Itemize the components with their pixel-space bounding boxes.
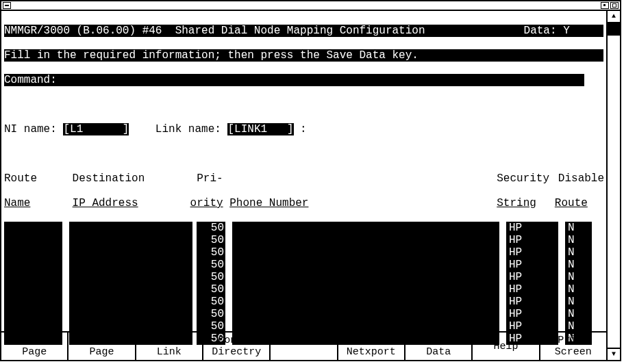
dest-ip-field[interactable] xyxy=(69,308,192,320)
table-row: 50HPN xyxy=(4,246,603,259)
route-name-field[interactable] xyxy=(4,283,62,296)
route-name-field[interactable] xyxy=(4,246,62,259)
minimize-icon[interactable] xyxy=(601,2,609,9)
fkey-label-line2: Netxport xyxy=(347,346,396,358)
priority-field[interactable]: 50 xyxy=(197,259,225,271)
disable-route-field[interactable]: N xyxy=(565,271,592,283)
dest-ip-field[interactable] xyxy=(69,259,192,271)
priority-field[interactable]: 50 xyxy=(197,222,225,234)
route-name-field[interactable] xyxy=(4,259,62,271)
route-name-field[interactable] xyxy=(4,271,62,283)
table-row: 50HPN xyxy=(4,222,603,234)
dest-ip-field[interactable] xyxy=(69,234,192,246)
fkey-5 xyxy=(271,333,338,360)
table-row: 50HPN xyxy=(4,296,603,308)
fkey-7[interactable]: SaveData xyxy=(405,333,473,360)
route-name-field[interactable] xyxy=(4,222,62,234)
vertical-scrollbar[interactable]: ▲ ▼ xyxy=(606,11,620,360)
table-row: 50HPN xyxy=(4,234,603,246)
fkey-label-line1: Next xyxy=(157,335,182,346)
fkey-label-line1: Help xyxy=(493,341,518,352)
priority-field[interactable]: 50 xyxy=(197,308,225,320)
disable-route-field[interactable]: N xyxy=(565,234,592,246)
dest-ip-field[interactable] xyxy=(69,271,192,283)
security-string-field[interactable]: HP xyxy=(506,222,558,234)
security-string-field[interactable]: HP xyxy=(506,246,558,259)
phone-number-field[interactable] xyxy=(232,296,499,308)
column-headers-1: Route DestinationPri- Security Disable xyxy=(4,172,603,185)
scroll-up-icon[interactable]: ▲ xyxy=(608,11,620,23)
function-keys: NextPagePrevPageNextLinkConfigDirectryVa… xyxy=(1,331,606,360)
header-line-1: NMMGR/3000 (B.06.00) #46 Shared Dial Nod… xyxy=(4,25,603,37)
security-string-field[interactable]: HP xyxy=(506,283,558,296)
command-line[interactable]: Command: xyxy=(4,74,603,86)
priority-field[interactable]: 50 xyxy=(197,234,225,246)
dest-ip-field[interactable] xyxy=(69,296,192,308)
priority-field[interactable]: 50 xyxy=(197,283,225,296)
ni-link-line: NI name: [L1 ] Link name: [LINK1 ] : xyxy=(4,123,603,135)
disable-route-field[interactable]: N xyxy=(565,259,592,271)
phone-number-field[interactable] xyxy=(232,308,499,320)
priority-field[interactable]: 50 xyxy=(197,271,225,283)
disable-route-field[interactable]: N xyxy=(565,222,592,234)
security-string-field[interactable]: HP xyxy=(506,259,558,271)
fkey-label-line2: Screen xyxy=(555,346,592,358)
fkey-3[interactable]: NextLink xyxy=(136,333,203,360)
disable-route-field[interactable]: N xyxy=(565,308,592,320)
fkey-label-line1: Prior xyxy=(558,335,588,346)
scroll-down-icon[interactable]: ▼ xyxy=(608,348,620,360)
table-row: 50HPN xyxy=(4,271,603,283)
security-string-field[interactable]: HP xyxy=(506,234,558,246)
phone-number-field[interactable] xyxy=(232,246,499,259)
fkey-label-line1: Next xyxy=(22,335,47,346)
terminal-window: NMMGR/3000 (B.06.00) #46 Shared Dial Nod… xyxy=(0,0,621,361)
fkey-label-line2: Page xyxy=(22,346,47,358)
dest-ip-field[interactable] xyxy=(69,246,192,259)
fkey-label-line2: Link xyxy=(157,346,182,358)
dest-ip-field[interactable] xyxy=(69,283,192,296)
phone-number-field[interactable] xyxy=(232,271,499,283)
fkey-label-line2: Data xyxy=(426,346,451,358)
security-string-field[interactable]: HP xyxy=(506,271,558,283)
scroll-thumb[interactable] xyxy=(608,23,620,36)
phone-number-field[interactable] xyxy=(232,234,499,246)
phone-number-field[interactable] xyxy=(232,283,499,296)
window-titlebar xyxy=(1,1,620,11)
table-row: 50HPN xyxy=(4,259,603,271)
fkey-4[interactable]: ConfigDirectry xyxy=(203,333,271,360)
route-name-field[interactable] xyxy=(4,296,62,308)
system-menu-icon[interactable] xyxy=(3,2,11,9)
dest-ip-field[interactable] xyxy=(69,222,192,234)
priority-field[interactable]: 50 xyxy=(197,246,225,259)
column-headers-2: Name IP Addressority Phone NumberString … xyxy=(4,197,603,209)
fkey-1[interactable]: NextPage xyxy=(1,333,68,360)
fkey-label-line1: Save xyxy=(426,335,451,346)
route-name-field[interactable] xyxy=(4,234,62,246)
scroll-track[interactable] xyxy=(608,23,620,348)
fkey-9[interactable]: PriorScreen xyxy=(540,333,606,360)
fkey-label-line2: Page xyxy=(89,346,114,358)
disable-route-field[interactable]: N xyxy=(565,283,592,296)
ni-name-field[interactable]: [L1 ] xyxy=(63,123,129,135)
disable-route-field[interactable]: N xyxy=(565,296,592,308)
fkey-2[interactable]: PrevPage xyxy=(68,333,136,360)
maximize-icon[interactable] xyxy=(610,2,619,9)
phone-number-field[interactable] xyxy=(232,259,499,271)
table-row: 50HPN xyxy=(4,283,603,296)
terminal-content: NMMGR/3000 (B.06.00) #46 Shared Dial Nod… xyxy=(1,11,606,360)
route-name-field[interactable] xyxy=(4,308,62,320)
phone-number-field[interactable] xyxy=(232,222,499,234)
table-row: 50HPN xyxy=(4,308,603,320)
security-string-field[interactable]: HP xyxy=(506,308,558,320)
header-instruction: Fill in the required information; then p… xyxy=(4,49,603,62)
command-input[interactable] xyxy=(57,74,584,86)
disable-route-field[interactable]: N xyxy=(565,246,592,259)
fkey-8[interactable]: Help xyxy=(473,333,540,360)
priority-field[interactable]: 50 xyxy=(197,296,225,308)
security-string-field[interactable]: HP xyxy=(506,296,558,308)
fkey-label-line1: Config xyxy=(218,335,255,346)
fkey-label-line2: Directry xyxy=(212,346,261,358)
link-name-field[interactable]: [LINK1 ] xyxy=(227,123,293,135)
fkey-label-line1: Prev xyxy=(89,335,114,346)
fkey-6[interactable]: ValidateNetxport xyxy=(338,333,405,360)
